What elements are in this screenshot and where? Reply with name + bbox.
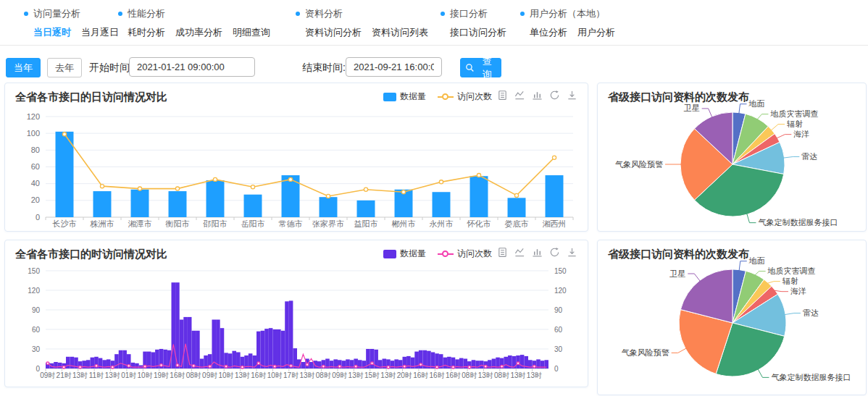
nav-group-title: 接口分析	[441, 7, 506, 20]
last-year-button[interactable]: 去年	[47, 58, 82, 77]
svg-text:邵阳市: 邵阳市	[203, 219, 228, 228]
svg-text:株洲市: 株洲市	[90, 219, 114, 228]
nav-group-user: 用户分析（本地） 单位分析 用户分析	[520, 7, 615, 39]
svg-text:永州市: 永州市	[430, 219, 454, 228]
svg-text:16时: 16时	[170, 371, 185, 379]
svg-text:150: 150	[28, 267, 40, 275]
nav-item-hourly-today[interactable]: 当日逐时	[33, 26, 71, 39]
nav-sublinks: 当日逐时 当月逐日	[33, 26, 119, 39]
nav-group-interface: 接口分析 接口访问分析	[441, 7, 506, 39]
svg-text:卫星: 卫星	[669, 269, 685, 278]
svg-text:卫星: 卫星	[683, 104, 700, 112]
svg-text:郴州市: 郴州市	[392, 219, 416, 228]
svg-text:150: 150	[554, 267, 567, 275]
svg-text:09时: 09时	[40, 371, 55, 379]
svg-text:40: 40	[31, 179, 40, 188]
svg-text:海洋: 海洋	[790, 287, 806, 295]
nav-group-data: 资料分析 资料访问分析 资料访问列表	[296, 7, 428, 39]
svg-text:20时: 20时	[397, 371, 412, 379]
nav-sublinks: 资料访问分析 资料访问列表	[305, 26, 428, 39]
svg-text:衡阳市: 衡阳市	[165, 219, 190, 228]
svg-text:0: 0	[554, 365, 559, 373]
bullet-icon	[441, 12, 445, 16]
svg-text:地面: 地面	[748, 99, 765, 108]
nav-group-label: 用户分析（本地）	[530, 7, 605, 20]
nav-item-detail-query[interactable]: 明细查询	[233, 26, 270, 39]
svg-text:常德市: 常德市	[279, 219, 303, 228]
nav-group-performance: 性能分析 耗时分析 成功率分析 明细查询	[118, 7, 270, 39]
end-time-input[interactable]	[346, 57, 442, 77]
svg-text:气象定制数据服务接口: 气象定制数据服务接口	[771, 373, 851, 382]
svg-text:13时: 13时	[235, 371, 250, 379]
svg-text:地质灾害调查: 地质灾害调查	[769, 109, 818, 118]
nav-group-title: 资料分析	[296, 7, 428, 20]
svg-text:0: 0	[36, 213, 40, 222]
svg-text:娄底市: 娄底市	[505, 219, 529, 228]
svg-text:湘西州: 湘西州	[543, 219, 567, 228]
svg-text:辐射: 辐射	[787, 119, 803, 128]
bullet-icon	[520, 12, 525, 16]
this-year-button[interactable]: 当年	[6, 58, 41, 77]
search-button[interactable]: 查询	[460, 58, 501, 77]
start-time-input[interactable]	[129, 57, 255, 77]
svg-text:16时: 16时	[430, 371, 445, 379]
hourly-access-chart-card: 全省各市接口的时访问情况对比 数据量 访问次数 0030306060909012…	[4, 240, 588, 387]
svg-text:16时: 16时	[413, 371, 428, 379]
nav-item-data-access-list[interactable]: 资料访问列表	[372, 26, 428, 39]
svg-text:15时: 15时	[364, 371, 380, 379]
svg-text:雷达: 雷达	[803, 308, 819, 317]
svg-text:辐射: 辐射	[783, 277, 798, 285]
svg-text:气象定制数据服务接口: 气象定制数据服务接口	[758, 218, 838, 227]
nav-item-unit-analysis[interactable]: 单位分析	[530, 26, 567, 39]
svg-text:20: 20	[31, 195, 40, 204]
svg-text:08时: 08时	[186, 371, 201, 379]
svg-text:13时: 13时	[349, 371, 364, 379]
svg-text:08时: 08时	[494, 371, 509, 379]
svg-text:16时: 16时	[446, 371, 461, 379]
svg-text:09时: 09时	[202, 371, 217, 379]
svg-text:100: 100	[27, 129, 40, 138]
svg-text:岳阳市: 岳阳市	[241, 219, 265, 228]
svg-text:益阳市: 益阳市	[354, 219, 378, 228]
nav-item-time-cost[interactable]: 耗时分析	[128, 26, 165, 39]
svg-text:气象风险预警: 气象风险预警	[615, 160, 663, 169]
nav-item-data-access-analysis[interactable]: 资料访问分析	[305, 26, 362, 39]
nav-item-interface-access[interactable]: 接口访问分析	[450, 26, 506, 39]
svg-text:08时: 08时	[316, 371, 331, 379]
nav-sublinks: 单位分析 用户分析	[530, 26, 615, 39]
search-button-label: 查询	[478, 55, 496, 81]
nav-group-title: 访问量分析	[24, 7, 119, 20]
svg-text:地面: 地面	[748, 256, 765, 265]
province-pie-card-2: 省级接口访问资料的次数发布 地面地质灾害调查辐射海洋雷达气象定制数据服务接口气象…	[597, 240, 867, 395]
svg-text:60: 60	[554, 326, 563, 334]
bullet-icon	[118, 12, 122, 16]
access-count-pie-chart[interactable]: 地面地质灾害调查辐射海洋雷达气象定制数据服务接口气象风险预警卫星	[598, 240, 867, 396]
svg-text:13时: 13时	[527, 371, 542, 379]
svg-text:19时: 19时	[154, 371, 169, 379]
nav-group-title: 性能分析	[118, 7, 270, 20]
nav-item-daily-month[interactable]: 当月逐日	[81, 26, 119, 39]
svg-text:90: 90	[554, 306, 563, 314]
nav-group-label: 接口分析	[450, 7, 488, 20]
hourly-bar-line-chart[interactable]: 0030306060909012012015015009时21时13时11时13…	[5, 240, 589, 388]
svg-text:长沙市: 长沙市	[52, 219, 77, 228]
bullet-icon	[24, 12, 28, 16]
daily-bar-line-chart[interactable]: 020406080100120长沙市株洲市湘潭市衡阳市邵阳市岳阳市常德市张家界市…	[5, 83, 589, 232]
svg-text:120: 120	[27, 112, 40, 121]
nav-divider	[0, 45, 868, 46]
nav-sublinks: 耗时分析 成功率分析 明细查询	[128, 26, 270, 39]
svg-text:雷达: 雷达	[801, 152, 817, 161]
svg-text:13时: 13时	[478, 371, 493, 379]
svg-text:13时: 13时	[380, 371, 396, 379]
nav-item-success-rate[interactable]: 成功率分析	[175, 26, 222, 39]
svg-text:13时: 13时	[510, 371, 525, 379]
svg-text:怀化市: 怀化市	[467, 219, 491, 228]
nav-item-user-analysis[interactable]: 用户分析	[577, 26, 615, 39]
start-time-label: 开始时间:	[89, 62, 133, 75]
svg-text:气象风险预警: 气象风险预警	[622, 348, 669, 357]
daily-access-chart-card: 全省各市接口的日访问情况对比 数据量 访问次数 020406080100120长…	[4, 83, 588, 232]
svg-text:30: 30	[554, 345, 563, 353]
search-icon	[465, 63, 475, 72]
access-count-pie-chart[interactable]: 地面地质灾害调查辐射海洋雷达气象定制数据服务接口气象风险预警卫星	[598, 83, 867, 232]
svg-text:10时: 10时	[218, 371, 233, 379]
